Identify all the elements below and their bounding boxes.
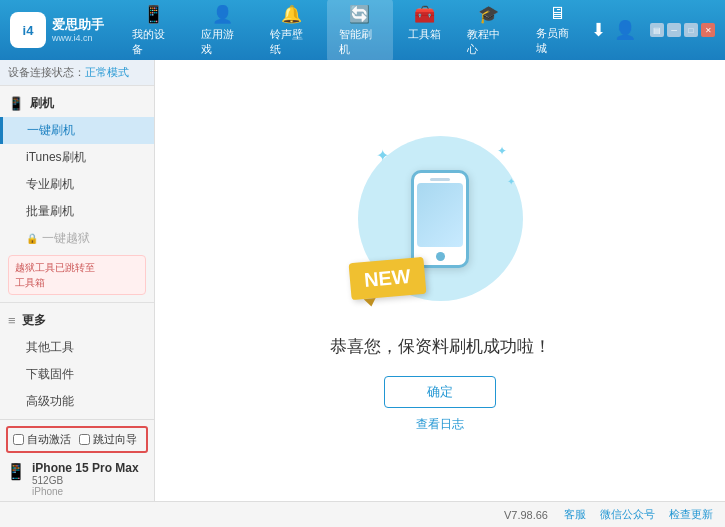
sidebar-notice: 越狱工具已跳转至工具箱 xyxy=(8,255,146,295)
logo-name: 爱思助手 xyxy=(52,17,104,33)
more-group-icon: ≡ xyxy=(8,313,16,328)
nav-app-game-label: 应用游戏 xyxy=(201,27,244,57)
view-log-link[interactable]: 查看日志 xyxy=(416,416,464,433)
footer-version: V7.98.66 xyxy=(504,509,548,521)
status-label: 设备连接状态： xyxy=(8,66,85,78)
device-phone-icon: 📱 xyxy=(6,462,26,481)
header: i4 爱思助手 www.i4.cn 📱 我的设备 👤 应用游戏 🔔 铃声壁纸 🔄… xyxy=(0,0,725,60)
nav-ringtone-icon: 🔔 xyxy=(281,4,302,25)
sidebar-item-other-tools[interactable]: 其他工具 xyxy=(0,334,154,361)
batch-flash-label: 批量刷机 xyxy=(26,204,74,218)
auto-activate-checkbox-label[interactable]: 自动激活 xyxy=(13,432,71,447)
flash-group-icon: 📱 xyxy=(8,96,24,111)
content-area: 设备连接状态：正常模式 📱 刷机 一键刷机 iTunes刷机 专业刷机 批量刷机… xyxy=(0,60,725,501)
sparkle-right: ✦ xyxy=(507,176,515,187)
nav-smart-flash-icon: 🔄 xyxy=(349,4,370,25)
nav-tutorial-label: 教程中心 xyxy=(467,27,510,57)
phone-device xyxy=(411,170,469,268)
nav-toolbox-icon: 🧰 xyxy=(414,4,435,25)
logo-text: 爱思助手 www.i4.cn xyxy=(52,17,104,43)
minimize-button[interactable]: ─ xyxy=(667,23,681,37)
nav-toolbox[interactable]: 🧰 工具箱 xyxy=(395,0,453,62)
sidebar-item-itunes-flash[interactable]: iTunes刷机 xyxy=(0,144,154,171)
wifi-icon: ▤ xyxy=(650,23,664,37)
phone-home-button xyxy=(436,252,445,261)
flash-group: 📱 刷机 一键刷机 iTunes刷机 专业刷机 批量刷机 🔒 一键越狱 越狱工具… xyxy=(0,86,154,302)
maximize-button[interactable]: □ xyxy=(684,23,698,37)
status-mode: 正常模式 xyxy=(85,66,129,78)
logo-icon-text: i4 xyxy=(23,23,34,38)
new-badge: NEW xyxy=(349,256,427,299)
nav-ringtone[interactable]: 🔔 铃声壁纸 xyxy=(258,0,325,62)
phone-screen xyxy=(417,183,463,247)
nav-smart-flash[interactable]: 🔄 智能刷机 xyxy=(327,0,394,62)
sidebar: 设备连接状态：正常模式 📱 刷机 一键刷机 iTunes刷机 专业刷机 批量刷机… xyxy=(0,60,155,501)
nav-merchant[interactable]: 🖥 务员商城 xyxy=(524,0,591,62)
advanced-label: 高级功能 xyxy=(26,394,74,408)
auto-guide-label: 跳过向导 xyxy=(93,432,137,447)
device-storage: 512GB xyxy=(32,475,139,486)
sparkle-top-right: ✦ xyxy=(497,144,507,158)
logo-url: www.i4.cn xyxy=(52,33,104,43)
nav-ringtone-label: 铃声壁纸 xyxy=(270,27,313,57)
pro-flash-label: 专业刷机 xyxy=(26,177,74,191)
user-icon[interactable]: 👤 xyxy=(614,19,636,41)
auto-activate-checkbox[interactable] xyxy=(13,434,24,445)
download-icon[interactable]: ⬇ xyxy=(591,19,606,41)
success-text: 恭喜您，保资料刷机成功啦！ xyxy=(330,335,551,358)
nav-my-device-label: 我的设备 xyxy=(132,27,175,57)
sidebar-item-one-key-flash[interactable]: 一键刷机 xyxy=(0,117,154,144)
nav-my-device-icon: 📱 xyxy=(143,4,164,25)
nav-smart-flash-label: 智能刷机 xyxy=(339,27,382,57)
success-illustration: ✦ ✦ ✦ NEW xyxy=(340,119,540,319)
auto-guide-checkbox-label[interactable]: 跳过向导 xyxy=(79,432,137,447)
nav-tutorial-icon: 🎓 xyxy=(478,4,499,25)
itunes-flash-label: iTunes刷机 xyxy=(26,150,86,164)
nav-merchant-label: 务员商城 xyxy=(536,26,579,56)
sidebar-item-download-firmware[interactable]: 下载固件 xyxy=(0,361,154,388)
footer-link-update[interactable]: 检查更新 xyxy=(669,507,713,522)
device-item: 📱 iPhone 15 Pro Max 512GB iPhone xyxy=(6,459,148,501)
more-group-label: 更多 xyxy=(22,312,46,329)
logo-icon: i4 xyxy=(10,12,46,48)
device-info: iPhone 15 Pro Max 512GB iPhone xyxy=(32,461,139,497)
download-firmware-label: 下载固件 xyxy=(26,367,74,381)
nav-toolbox-label: 工具箱 xyxy=(408,27,441,42)
notice-text: 越狱工具已跳转至工具箱 xyxy=(15,262,95,288)
new-badge-arrow xyxy=(364,298,377,307)
one-key-flash-label: 一键刷机 xyxy=(27,123,75,137)
nav-app-game-icon: 👤 xyxy=(212,4,233,25)
auto-options-row: 自动激活 跳过向导 xyxy=(6,426,148,453)
more-group: ≡ 更多 其他工具 下载固件 高级功能 xyxy=(0,302,154,419)
logo: i4 爱思助手 www.i4.cn xyxy=(10,12,110,48)
footer-link-wechat[interactable]: 微信公众号 xyxy=(600,507,655,522)
confirm-button[interactable]: 确定 xyxy=(384,376,496,408)
device-name: iPhone 15 Pro Max xyxy=(32,461,139,475)
footer: V7.98.66 客服 微信公众号 检查更新 xyxy=(0,501,725,527)
nav-my-device[interactable]: 📱 我的设备 xyxy=(120,0,187,62)
window-controls: ▤ ─ □ ✕ xyxy=(650,23,715,37)
sidebar-item-pro-flash[interactable]: 专业刷机 xyxy=(0,171,154,198)
auto-activate-label: 自动激活 xyxy=(27,432,71,447)
sidebar-status: 设备连接状态：正常模式 xyxy=(0,60,154,86)
nav-merchant-icon: 🖥 xyxy=(549,4,566,24)
sparkle-top-left: ✦ xyxy=(376,146,389,165)
close-button[interactable]: ✕ xyxy=(701,23,715,37)
sidebar-item-advanced[interactable]: 高级功能 xyxy=(0,388,154,415)
new-badge-text: NEW xyxy=(363,265,411,291)
header-right-controls: ⬇ 👤 ▤ ─ □ ✕ xyxy=(591,19,715,41)
nav-app-game[interactable]: 👤 应用游戏 xyxy=(189,0,256,62)
sidebar-disabled-item: 🔒 一键越狱 xyxy=(0,225,154,252)
lock-icon: 🔒 xyxy=(26,233,38,244)
flash-group-header: 📱 刷机 xyxy=(0,90,154,117)
device-type: iPhone xyxy=(32,486,139,497)
other-tools-label: 其他工具 xyxy=(26,340,74,354)
sidebar-item-batch-flash[interactable]: 批量刷机 xyxy=(0,198,154,225)
nav-tutorial[interactable]: 🎓 教程中心 xyxy=(455,0,522,62)
phone-speaker xyxy=(430,178,450,181)
auto-guide-checkbox[interactable] xyxy=(79,434,90,445)
more-group-header: ≡ 更多 xyxy=(0,307,154,334)
main-content: ✦ ✦ ✦ NEW 恭喜您，保资料刷机成功啦！ 确定 查看日志 xyxy=(155,60,725,501)
nav-bar: 📱 我的设备 👤 应用游戏 🔔 铃声壁纸 🔄 智能刷机 🧰 工具箱 🎓 教程中心… xyxy=(120,0,591,62)
footer-link-service[interactable]: 客服 xyxy=(564,507,586,522)
